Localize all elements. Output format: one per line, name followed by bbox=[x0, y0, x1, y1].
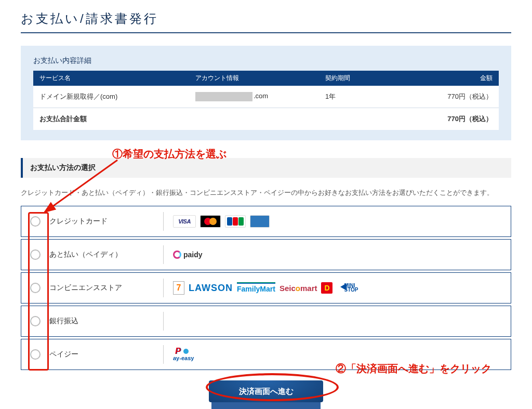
familymart-logo: FamilyMart bbox=[237, 283, 275, 293]
daily-yamazaki-logo: D bbox=[321, 282, 332, 294]
method-heading: お支払い方法の選択 bbox=[30, 163, 96, 173]
cell-term: 1年 bbox=[325, 92, 398, 101]
details-total-row: お支払合計金額 770円（税込） bbox=[33, 108, 499, 130]
option-payeasy[interactable]: ペイジー ay-easy bbox=[21, 339, 511, 370]
option-label: コンビニエンスストア bbox=[49, 283, 122, 293]
total-label: お支払合計金額 bbox=[39, 114, 195, 124]
details-table-header: サービス名 アカウント情報 契約期間 金額 bbox=[33, 71, 499, 86]
ministop-logo: MINISTOP bbox=[337, 284, 358, 293]
paidy-logo: paidy bbox=[173, 250, 203, 259]
radio-payeasy[interactable] bbox=[30, 349, 41, 360]
masked-account bbox=[195, 92, 252, 101]
mastercard-logo bbox=[200, 215, 221, 228]
total-amount: 770円（税込） bbox=[398, 114, 493, 124]
payment-details-box: お支払い内容詳細 サービス名 アカウント情報 契約期間 金額 ドメイン新規取得／… bbox=[21, 46, 511, 140]
col-amount: 金額 bbox=[398, 74, 493, 83]
option-bank-transfer[interactable]: 銀行振込 bbox=[21, 306, 511, 337]
page-title: お支払い/請求書発行 bbox=[21, 10, 511, 33]
payment-method-list: クレジットカード VISA あと払い（ペイディ） paidy コンビニエンススト… bbox=[21, 206, 511, 370]
option-label: クレジットカード bbox=[49, 217, 108, 226]
paidy-logos: paidy bbox=[164, 250, 511, 259]
visa-logo: VISA bbox=[173, 215, 196, 228]
radio-paidy[interactable] bbox=[30, 249, 41, 260]
radio-bank-transfer[interactable] bbox=[30, 316, 41, 326]
col-account: アカウント情報 bbox=[195, 74, 325, 83]
account-suffix: .com bbox=[254, 92, 268, 100]
seven-eleven-logo: 7 bbox=[173, 281, 184, 295]
payeasy-logo: ay-easy bbox=[173, 348, 194, 361]
option-convenience[interactable]: コンビニエンスストア 7 LAWSON FamilyMart Seicomart… bbox=[21, 272, 511, 304]
payeasy-logos: ay-easy bbox=[164, 348, 511, 361]
option-credit-card[interactable]: クレジットカード VISA bbox=[21, 206, 511, 237]
lawson-logo: LAWSON bbox=[189, 283, 233, 294]
col-service: サービス名 bbox=[39, 74, 195, 83]
method-description: クレジットカード・あと払い（ペイディ）・銀行振込・コンビニエンスストア・ペイジー… bbox=[21, 187, 511, 199]
proceed-to-payment-button[interactable]: 決済画面へ進む bbox=[209, 380, 323, 402]
radio-convenience[interactable] bbox=[30, 283, 41, 293]
jcb-logo bbox=[225, 215, 246, 228]
seicomart-logo: Seicomart bbox=[280, 284, 317, 293]
option-label: 銀行振込 bbox=[49, 316, 78, 326]
credit-card-logos: VISA bbox=[164, 215, 511, 228]
cell-amount: 770円（税込） bbox=[398, 92, 493, 101]
convenience-logos: 7 LAWSON FamilyMart Seicomart D MINISTOP bbox=[164, 281, 511, 295]
details-heading: お支払い内容詳細 bbox=[33, 56, 499, 65]
cell-service: ドメイン新規取得／(com) bbox=[39, 92, 195, 101]
cell-account: .com bbox=[195, 92, 325, 101]
method-heading-bar: お支払い方法の選択 bbox=[21, 158, 511, 178]
option-label: あと払い（ペイディ） bbox=[49, 250, 122, 259]
amex-logo bbox=[250, 215, 270, 228]
radio-credit-card[interactable] bbox=[30, 216, 41, 227]
option-paidy[interactable]: あと払い（ペイディ） paidy bbox=[21, 239, 511, 270]
col-term: 契約期間 bbox=[325, 74, 398, 83]
option-label: ペイジー bbox=[49, 350, 78, 359]
details-table-row: ドメイン新規取得／(com) .com 1年 770円（税込） bbox=[33, 86, 499, 108]
